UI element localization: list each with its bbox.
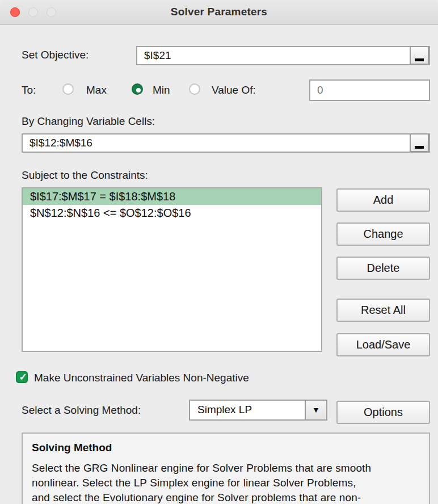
title-bar: Solver Parameters xyxy=(0,0,438,25)
solving-method-description-box: Solving Method Select the GRG Nonlinear … xyxy=(22,432,430,504)
reset-all-button[interactable]: Reset All xyxy=(336,299,430,322)
non-negative-label[interactable]: Make Unconstrained Variables Non-Negativ… xyxy=(34,372,249,384)
checkmark-icon: ✓ xyxy=(17,371,29,383)
load-save-button[interactable]: Load/Save xyxy=(336,333,430,356)
solver-parameters-dialog: Solver Parameters Set Objective: To: Max… xyxy=(0,0,438,504)
constraint-item[interactable]: $N$12:$N$16 <= $O$12:$O$16 xyxy=(23,205,321,221)
variable-cells-collapse-dialog-button[interactable] xyxy=(410,133,429,152)
constraints-label: Subject to the Constraints: xyxy=(22,169,148,182)
chevron-down-icon[interactable]: ▼ xyxy=(305,401,326,419)
constraint-item[interactable]: $I$17:$M$17 = $I$18:$M$18 xyxy=(23,188,321,205)
radio-max-label[interactable]: Max xyxy=(86,84,107,96)
non-negative-checkbox[interactable]: ✓ xyxy=(16,371,28,383)
objective-collapse-dialog-button[interactable] xyxy=(410,46,429,65)
to-label: To: xyxy=(22,84,36,96)
radio-value-of[interactable] xyxy=(189,83,200,95)
objective-input[interactable] xyxy=(136,46,430,65)
collapse-dialog-icon xyxy=(415,58,424,61)
description-line: nonlinear. Select the LP Simplex engine … xyxy=(32,476,420,490)
set-objective-label: Set Objective: xyxy=(22,49,89,61)
window-title: Solver Parameters xyxy=(0,6,438,18)
solving-method-selected-value: Simplex LP xyxy=(197,404,252,416)
solving-method-dropdown[interactable]: Simplex LP ▼ xyxy=(189,400,327,421)
constraints-list[interactable]: $I$17:$M$17 = $I$18:$M$18$N$12:$N$16 <= … xyxy=(22,187,322,352)
radio-min[interactable] xyxy=(132,83,143,95)
add-button[interactable]: Add xyxy=(336,188,430,212)
delete-button[interactable]: Delete xyxy=(336,257,430,280)
options-button[interactable]: Options xyxy=(336,401,430,424)
radio-value-of-label[interactable]: Value Of: xyxy=(212,84,256,96)
description-title: Solving Method xyxy=(32,442,420,454)
radio-max[interactable] xyxy=(62,83,74,95)
radio-min-label[interactable]: Min xyxy=(153,84,170,96)
solving-method-label: Select a Solving Method: xyxy=(22,404,141,417)
value-of-input[interactable] xyxy=(309,79,430,101)
description-line: Select the GRG Nonlinear engine for Solv… xyxy=(32,461,420,476)
variable-cells-label: By Changing Variable Cells: xyxy=(22,115,155,128)
collapse-dialog-icon xyxy=(415,146,424,149)
description-line: and select the Evolutionary engine for S… xyxy=(32,490,420,504)
variable-cells-input[interactable] xyxy=(22,133,430,153)
change-button[interactable]: Change xyxy=(336,222,430,246)
